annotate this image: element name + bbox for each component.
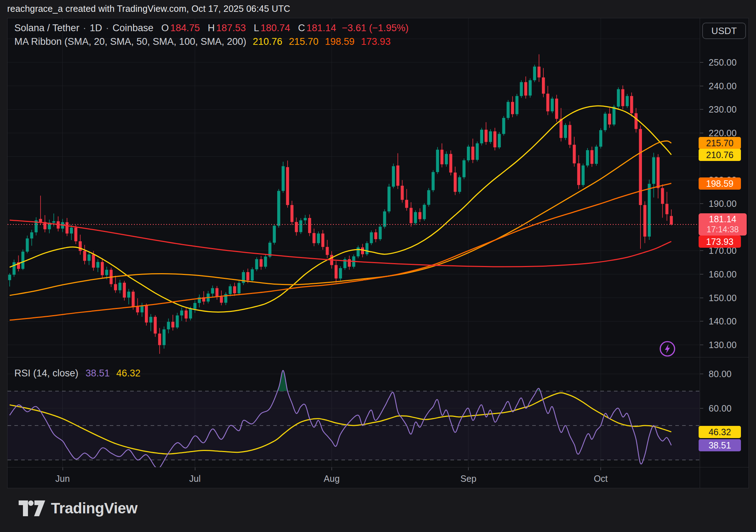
sma100-badge: 198.59 xyxy=(699,177,741,190)
sma50-value: 215.70 xyxy=(289,36,318,47)
time-axis-divider xyxy=(8,467,748,467)
sma100-value: 198.59 xyxy=(325,36,355,47)
current-price-badge: 181.1417:14:38 xyxy=(699,213,747,236)
price-scale[interactable]: USDT 250.00240.00230.00220.00200.00190.0… xyxy=(700,18,749,488)
sma50-badge: 215.70 xyxy=(699,137,741,149)
attribution-text: reachgrace_a created with TradingView.co… xyxy=(7,3,290,14)
scale-tick xyxy=(700,321,703,322)
high-value: 187.53 xyxy=(216,23,246,33)
time-tick xyxy=(62,467,63,470)
open-value: 184.75 xyxy=(170,23,200,33)
lightning-boost-icon[interactable] xyxy=(659,340,676,357)
exchange-label[interactable]: Coinbase xyxy=(113,23,153,34)
ma-ribbon-legend: MA Ribbon (SMA, 20, SMA, 50, SMA, 100, S… xyxy=(14,35,391,48)
time-axis-label: Jul xyxy=(179,473,211,484)
symbol-legend: Solana / Tether · 1D · Coinbase O184.75 … xyxy=(14,22,408,34)
symbol-title[interactable]: Solana / Tether xyxy=(14,23,79,34)
rsi-legend: RSI (14, close) 38.51 46.32 xyxy=(14,367,141,379)
separator-dot: · xyxy=(83,23,86,34)
rsi-ma-badge: 46.32 xyxy=(699,426,741,438)
price-scale-label: 160.00 xyxy=(709,269,737,280)
scale-tick xyxy=(700,250,703,251)
price-scale-label: 240.00 xyxy=(709,81,737,91)
brand-name: TradingView xyxy=(51,500,137,517)
low-value: 180.74 xyxy=(260,23,290,33)
ohlc-open: O184.75 xyxy=(161,23,200,34)
time-tick xyxy=(468,467,469,470)
scale-tick xyxy=(700,408,703,409)
sma20-badge: 210.76 xyxy=(699,149,741,161)
high-label: H xyxy=(208,23,215,33)
ohlc-close: C181.14 xyxy=(298,23,336,34)
time-axis-label: Sep xyxy=(452,473,485,484)
scale-tick xyxy=(700,374,703,374)
ohlc-low: L180.74 xyxy=(254,23,290,34)
ma-ribbon-label[interactable]: MA Ribbon (SMA, 20, SMA, 50, SMA, 100, S… xyxy=(14,36,246,47)
close-value: 181.14 xyxy=(307,23,336,33)
scale-tick xyxy=(700,109,703,110)
sma200-badge: 173.93 xyxy=(699,236,741,248)
rsi-ma-value: 46.32 xyxy=(116,368,141,379)
time-axis-label: Aug xyxy=(316,473,348,484)
scale-tick xyxy=(700,133,703,133)
price-scale-label: 130.00 xyxy=(709,339,737,350)
time-axis-label: Jun xyxy=(47,473,79,484)
interval-label[interactable]: 1D xyxy=(90,23,102,34)
current-price-value: 181.14 xyxy=(699,213,747,225)
pane-divider[interactable] xyxy=(8,357,748,357)
sma20-value: 210.76 xyxy=(253,36,283,47)
price-scale-label: 150.00 xyxy=(709,293,737,303)
scale-tick xyxy=(700,345,703,345)
tradingview-share-screenshot: reachgrace_a created with TradingView.co… xyxy=(0,0,756,532)
change-value: −3.61 (−1.95%) xyxy=(342,23,408,34)
separator-dot: · xyxy=(106,23,109,34)
ohlc-high: H187.53 xyxy=(208,23,246,34)
price-scale-label: 250.00 xyxy=(709,57,737,68)
rsi-label[interactable]: RSI (14, close) xyxy=(14,368,79,379)
time-axis-label: Oct xyxy=(585,473,617,484)
low-label: L xyxy=(254,23,259,33)
rsi-value: 38.51 xyxy=(86,368,110,379)
price-scale-label: 190.00 xyxy=(709,198,737,209)
bar-countdown: 17:14:38 xyxy=(699,225,747,234)
time-tick xyxy=(600,467,601,470)
tradingview-logo[interactable]: TradingView xyxy=(19,498,137,518)
price-scale-label: 140.00 xyxy=(709,316,737,327)
scale-tick xyxy=(700,298,703,298)
scale-tick xyxy=(700,274,703,275)
rsi-badge: 38.51 xyxy=(699,439,741,451)
close-label: C xyxy=(298,23,305,33)
open-label: O xyxy=(161,23,169,33)
scale-tick xyxy=(700,86,703,86)
scale-tick xyxy=(700,203,703,204)
rsi-scale-label: 60.00 xyxy=(709,403,732,414)
chart-frame: Solana / Tether · 1D · Coinbase O184.75 … xyxy=(7,18,749,488)
rsi-scale-label: 80.00 xyxy=(709,369,732,379)
time-tick xyxy=(195,467,195,470)
currency-unit-button[interactable]: USDT xyxy=(702,23,746,39)
time-tick xyxy=(331,467,332,470)
tradingview-mark-icon xyxy=(19,500,45,516)
price-scale-label: 230.00 xyxy=(709,104,737,115)
price-chart[interactable] xyxy=(8,18,700,357)
sma200-value: 173.93 xyxy=(361,36,391,47)
scale-tick xyxy=(700,62,703,63)
